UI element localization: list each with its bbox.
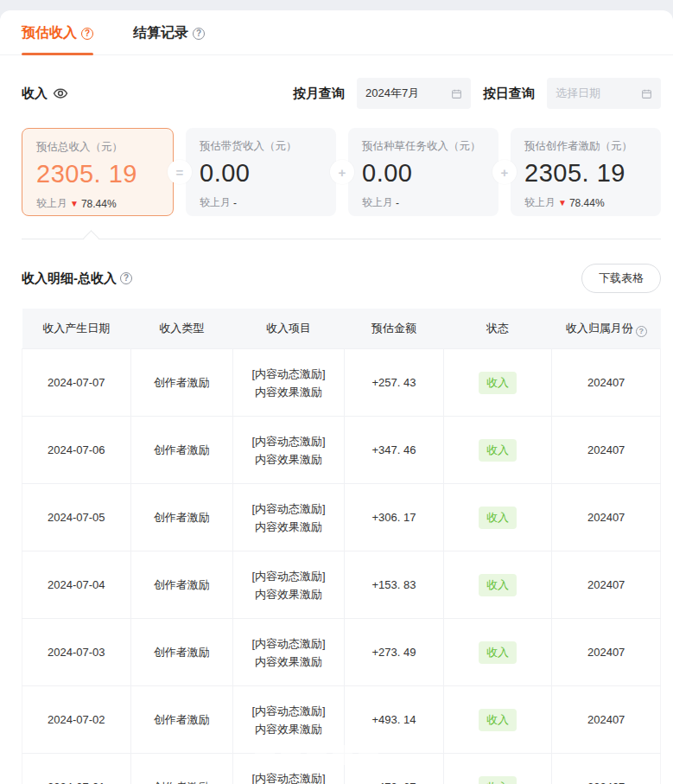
card-value: 0.00	[362, 159, 485, 188]
tab-settlement-records-label: 结算记录	[133, 24, 188, 42]
cell-project: [内容动态激励]内容效果激励	[232, 754, 344, 784]
cell-date: 2024-07-05	[22, 484, 131, 551]
help-icon[interactable]	[81, 28, 93, 40]
cell-type: 创作者激励	[130, 349, 232, 417]
change-value: -	[396, 197, 399, 209]
table-row: 2024-07-03 创作者激励 [内容动态激励]内容效果激励 +273. 49…	[22, 619, 661, 686]
card-creator-incentive[interactable]: 预估创作者激励（元） 2305. 19 较上月 78.44%	[511, 128, 661, 216]
date-filters: 按月查询 2024年7月 按日查询 选择日期	[293, 78, 661, 109]
card-footer: 较上月 78.44%	[524, 195, 647, 210]
tab-estimated-income-label: 预估收入	[22, 24, 77, 42]
help-icon[interactable]	[120, 272, 132, 284]
cell-date: 2024-07-03	[22, 619, 131, 686]
cell-type: 创作者激励	[130, 417, 232, 484]
day-query-label: 按日查询	[483, 86, 535, 102]
detail-header: 收入明细-总收入 下载表格	[22, 264, 661, 293]
table-row: 2024-07-05 创作者激励 [内容动态激励]内容效果激励 +306. 17…	[22, 484, 661, 551]
equals-icon: =	[168, 160, 192, 184]
card-label: 预估创作者激励（元）	[524, 139, 647, 154]
card-commerce-income[interactable]: 预估带货收入（元） 0.00 较上月 -	[186, 128, 336, 216]
download-table-button[interactable]: 下载表格	[581, 264, 661, 293]
cell-type: 创作者激励	[130, 686, 232, 754]
table-row: 2024-07-02 创作者激励 [内容动态激励]内容效果激励 +493. 14…	[22, 686, 661, 754]
month-picker-input[interactable]: 2024年7月	[357, 78, 471, 109]
cell-status: 收入	[443, 619, 552, 686]
month-picker-value: 2024年7月	[365, 86, 419, 101]
cell-type: 创作者激励	[130, 551, 232, 619]
day-picker-placeholder: 选择日期	[556, 86, 600, 101]
card-footer: 较上月 -	[200, 195, 322, 210]
compare-label: 较上月	[362, 195, 393, 210]
income-label: 收入	[22, 86, 48, 102]
month-query-label: 按月查询	[293, 86, 345, 102]
main-panel: 预估收入 结算记录 收入 按月查询 2024年7月	[0, 10, 673, 784]
help-icon[interactable]	[193, 28, 205, 40]
cell-type: 创作者激励	[130, 619, 232, 686]
table-row: 2024-07-01 创作者激励 [内容动态激励]内容效果激励 +473. 67…	[22, 754, 661, 784]
cell-month: 202407	[552, 754, 661, 784]
status-badge: 收入	[479, 709, 517, 731]
cell-project: [内容动态激励]内容效果激励	[232, 619, 344, 686]
plus-icon: +	[330, 160, 354, 184]
cell-month: 202407	[552, 484, 661, 551]
cell-date: 2024-07-07	[22, 349, 131, 417]
down-arrow-icon	[70, 200, 79, 208]
status-badge: 收入	[479, 776, 517, 784]
cell-status: 收入	[443, 551, 552, 619]
header-status: 状态	[443, 309, 552, 349]
cell-date: 2024-07-02	[22, 686, 131, 754]
calendar-icon	[641, 88, 652, 99]
header-estimated-amount: 预估金额	[345, 309, 444, 349]
detail-title-text: 收入明细-总收入	[22, 271, 117, 287]
filter-row: 收入 按月查询 2024年7月	[22, 78, 661, 109]
card-value: 2305. 19	[36, 160, 159, 188]
cell-date: 2024-07-06	[22, 417, 131, 484]
cell-month: 202407	[552, 686, 661, 754]
cell-project: [内容动态激励]内容效果激励	[232, 417, 344, 484]
cell-month: 202407	[552, 417, 661, 484]
cell-date: 2024-07-01	[22, 754, 131, 784]
cell-month: 202407	[552, 619, 661, 686]
card-label: 预估带货收入（元）	[200, 139, 322, 154]
help-icon[interactable]	[636, 326, 647, 337]
day-picker-input[interactable]: 选择日期	[547, 78, 661, 109]
cell-status: 收入	[443, 349, 552, 417]
tab-estimated-income[interactable]: 预估收入	[22, 24, 93, 54]
card-divider	[22, 239, 661, 239]
status-badge: 收入	[479, 372, 517, 394]
tab-bar: 预估收入 结算记录	[0, 10, 673, 55]
compare-label: 较上月	[200, 195, 231, 210]
cell-amount: +273. 49	[345, 619, 444, 686]
compare-label: 较上月	[524, 195, 556, 210]
status-badge: 收入	[479, 641, 517, 664]
income-table: 收入产生日期 收入类型 收入项目 预估金额 状态 收入归属月份 2024-07-…	[22, 309, 661, 784]
header-income-project: 收入项目	[232, 309, 344, 349]
header-income-type: 收入类型	[130, 309, 232, 349]
cell-project: [内容动态激励]内容效果激励	[232, 551, 344, 619]
change-value: 78.44%	[81, 198, 117, 210]
plus-icon: +	[492, 160, 517, 184]
cell-project: [内容动态激励]内容效果激励	[232, 349, 344, 417]
change-value: 78.44%	[569, 197, 605, 209]
cell-type: 创作者激励	[130, 754, 232, 784]
cell-amount: +347. 46	[345, 417, 444, 484]
card-label: 预估种草任务收入（元）	[362, 139, 485, 154]
cell-amount: +257. 43	[345, 349, 444, 417]
card-seeding-task-income[interactable]: 预估种草任务收入（元） 0.00 较上月 -	[348, 128, 498, 216]
cell-amount: +473. 67	[345, 754, 444, 784]
cell-amount: +493. 14	[345, 686, 444, 754]
compare-label: 较上月	[36, 196, 67, 211]
cell-month: 202407	[552, 349, 661, 417]
cell-project: [内容动态激励]内容效果激励	[232, 484, 344, 551]
card-value: 0.00	[200, 159, 322, 188]
cell-date: 2024-07-04	[22, 551, 131, 619]
card-footer: 较上月 78.44%	[36, 196, 159, 211]
header-income-date: 收入产生日期	[22, 309, 131, 349]
status-badge: 收入	[479, 574, 517, 596]
tab-settlement-records[interactable]: 结算记录	[133, 24, 205, 54]
card-total-income[interactable]: 预估总收入（元） 2305. 19 较上月 78.44%	[22, 128, 174, 216]
selected-card-caret	[83, 230, 98, 245]
status-badge: 收入	[479, 439, 517, 462]
eye-icon[interactable]	[53, 86, 68, 101]
cell-type: 创作者激励	[130, 484, 232, 551]
